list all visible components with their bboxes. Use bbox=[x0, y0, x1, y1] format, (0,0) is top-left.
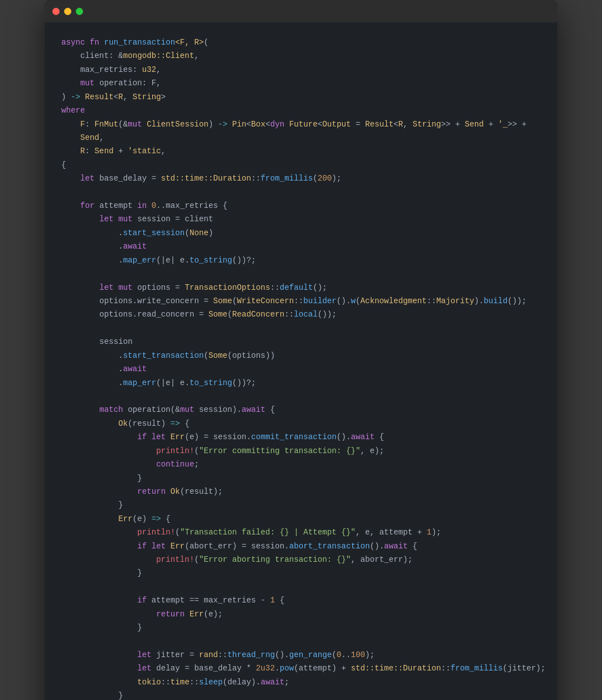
code-content: async fn run_transaction<F, R>( client: … bbox=[45, 22, 557, 700]
maximize-button[interactable] bbox=[76, 8, 83, 15]
minimize-button[interactable] bbox=[64, 8, 71, 15]
code-editor-window: async fn run_transaction<F, R>( client: … bbox=[45, 0, 557, 700]
titlebar bbox=[45, 0, 557, 22]
close-button[interactable] bbox=[52, 8, 60, 15]
